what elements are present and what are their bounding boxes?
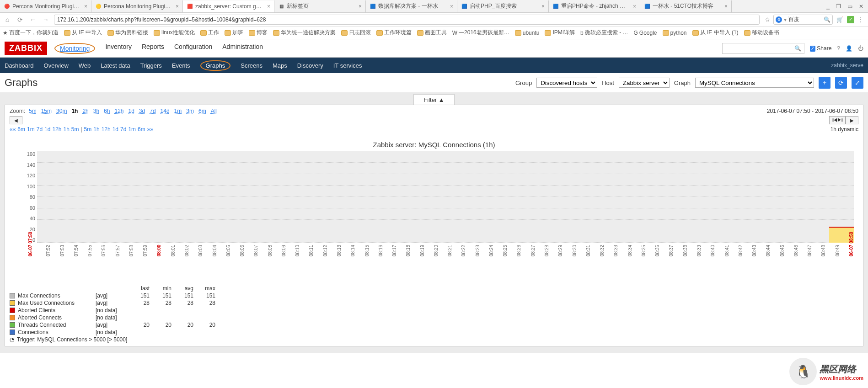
fullscreen-button[interactable]: ⤢ [852, 77, 863, 89]
shift-link[interactable]: 6m [138, 126, 145, 133]
power-icon[interactable]: ⏻ [858, 45, 863, 52]
sub-menu-item[interactable]: Screens [241, 62, 263, 69]
nav-right[interactable]: ▶ [846, 116, 858, 124]
zoom-link[interactable]: 6m [198, 108, 206, 114]
sub-menu-item[interactable]: Events [172, 62, 190, 69]
zoom-link[interactable]: 7d [150, 108, 155, 114]
add-button[interactable]: ＋ [819, 77, 830, 89]
tab-close-icon[interactable]: × [359, 3, 362, 10]
bookmark-item[interactable]: 工作环境篇 [376, 29, 412, 37]
tab-close-icon[interactable]: × [633, 3, 636, 10]
bookmark-item[interactable]: 工作 [200, 29, 219, 37]
browser-tab[interactable]: 🟦数据库解决方案 - 一杯水× [366, 0, 457, 12]
main-menu-item[interactable]: Configuration [174, 43, 212, 54]
tab-close-icon[interactable]: × [724, 3, 728, 10]
bookmark-item[interactable]: 从 IE 中导入 [64, 29, 102, 37]
shift-link[interactable]: 1m [128, 126, 136, 133]
bookmark-item[interactable]: 日志回滚 [341, 29, 371, 37]
shift-link[interactable]: 1m [27, 126, 35, 133]
zoom-link[interactable]: 12h [114, 108, 123, 114]
bookmark-item[interactable]: b微软必应搜索 - … [580, 29, 628, 37]
zoom-link[interactable]: 2h [82, 108, 88, 114]
zoom-link[interactable]: 3m [186, 108, 194, 114]
shift-link[interactable]: »» [147, 126, 153, 133]
account-icon[interactable]: ✓ [847, 16, 854, 23]
tab-close-icon[interactable]: × [176, 3, 179, 10]
sub-menu-item[interactable]: Graphs [200, 60, 231, 71]
home-icon[interactable]: ⌂ [3, 16, 12, 23]
main-menu-item[interactable]: Inventory [105, 43, 132, 54]
bookmark-item[interactable]: GGoogle [633, 30, 657, 36]
shift-link[interactable]: 7d [37, 126, 43, 133]
browser-tab[interactable]: 🟥zabbix_server: Custom g…× [183, 0, 274, 12]
shift-link[interactable]: 6m [17, 126, 25, 133]
group-select[interactable]: Discovered hosts [536, 78, 597, 88]
window-control[interactable]: ❐ [836, 3, 841, 10]
bookmark-item[interactable]: 画图工具 [417, 29, 447, 37]
browser-tab[interactable]: 🟦一杯水 - 51CTO技术博客× [640, 0, 732, 12]
nav-jump[interactable]: ⦀◀▶⦀ [829, 116, 846, 124]
browser-tab[interactable]: 🟦启动PHP_百度搜索× [457, 0, 549, 12]
zoom-link[interactable]: All [211, 108, 217, 114]
reload-icon[interactable]: ⟳ [16, 16, 25, 23]
graph-select[interactable]: MySQL Connections [695, 78, 814, 88]
bookmark-item[interactable]: ubuntu [515, 30, 540, 36]
host-select[interactable]: Zabbix server [619, 78, 670, 88]
zoom-link[interactable]: 15m [41, 108, 52, 114]
shift-link[interactable]: 1h [63, 126, 69, 133]
shift-link[interactable]: 5m [71, 126, 79, 133]
tab-close-icon[interactable]: × [267, 3, 270, 10]
url-input[interactable] [54, 15, 760, 25]
sub-menu-item[interactable]: Discovery [297, 62, 323, 69]
zabbix-logo[interactable]: ZABBIX [5, 42, 47, 55]
browser-tab[interactable]: 🟡Percona Monitoring Plugi…× [91, 0, 183, 12]
bookmark-item[interactable]: linux性能优化 [154, 29, 195, 37]
star-icon[interactable]: ✩ [765, 16, 770, 23]
zoom-link[interactable]: 30m [56, 108, 67, 114]
window-control[interactable]: ✕ [859, 3, 863, 10]
sub-menu-item[interactable]: Dashboard [5, 62, 34, 69]
shift-link[interactable]: 1h [93, 126, 99, 133]
zoom-link[interactable]: 3d [139, 108, 145, 114]
shift-link[interactable]: 1d [113, 126, 118, 133]
bookmark-item[interactable]: 加班 [225, 29, 243, 37]
sub-menu-item[interactable]: Triggers [140, 62, 162, 69]
sub-menu-item[interactable]: Latest data [101, 62, 130, 69]
shift-link[interactable]: 12h [102, 126, 111, 133]
refresh-button[interactable]: ⟳ [835, 77, 847, 89]
zoom-link[interactable]: 1d [129, 108, 134, 114]
zoom-link[interactable]: 1m [174, 108, 182, 114]
help-icon[interactable]: ? [837, 45, 840, 52]
window-control[interactable]: ⎯ [826, 3, 830, 10]
bookmark-item[interactable]: 华为统一通信解决方案 [273, 29, 336, 37]
bookmark-item[interactable]: ★百度一下，你就知道 [3, 29, 59, 37]
main-menu-item[interactable]: Reports [142, 43, 164, 54]
sub-menu-item[interactable]: IT services [333, 62, 362, 69]
zoom-link[interactable]: 14d [161, 108, 170, 114]
tab-close-icon[interactable]: × [450, 3, 453, 10]
browser-tab[interactable]: ▦新标签页× [274, 0, 366, 12]
main-menu-item[interactable]: Administration [222, 43, 263, 54]
menu-icon[interactable]: ⋮ [858, 16, 863, 23]
shift-link[interactable]: 7d [120, 126, 126, 133]
nav-left[interactable]: ◀ [10, 116, 22, 124]
shift-link[interactable]: 12h [52, 126, 61, 133]
sub-menu-item[interactable]: Maps [273, 62, 287, 69]
zoom-link[interactable]: 5m [29, 108, 37, 114]
tab-close-icon[interactable]: × [84, 3, 87, 10]
tab-close-icon[interactable]: × [541, 3, 545, 10]
bookmark-item[interactable]: 移动设备书 [744, 29, 779, 37]
bookmark-item[interactable]: IPMI详解 [545, 29, 575, 37]
bookmark-item[interactable]: 博客 [249, 29, 268, 37]
main-menu-item[interactable]: Monitoring [54, 43, 95, 54]
forward-icon[interactable]: → [41, 16, 50, 23]
back-icon[interactable]: ← [28, 16, 38, 23]
shift-link[interactable]: 5m [84, 126, 92, 133]
browser-search[interactable]: ✿ ▾ 百度 🔍 [773, 15, 833, 25]
cart-icon[interactable]: 🛒 [836, 16, 843, 23]
bookmark-item[interactable]: python [663, 30, 687, 36]
shift-link[interactable]: 1d [44, 126, 50, 133]
browser-tab[interactable]: 🟦重启PHP命令 - zhjahch …× [549, 0, 640, 12]
bookmark-item[interactable]: 华为资料链接 [107, 29, 148, 37]
user-icon[interactable]: 👤 [846, 45, 852, 52]
